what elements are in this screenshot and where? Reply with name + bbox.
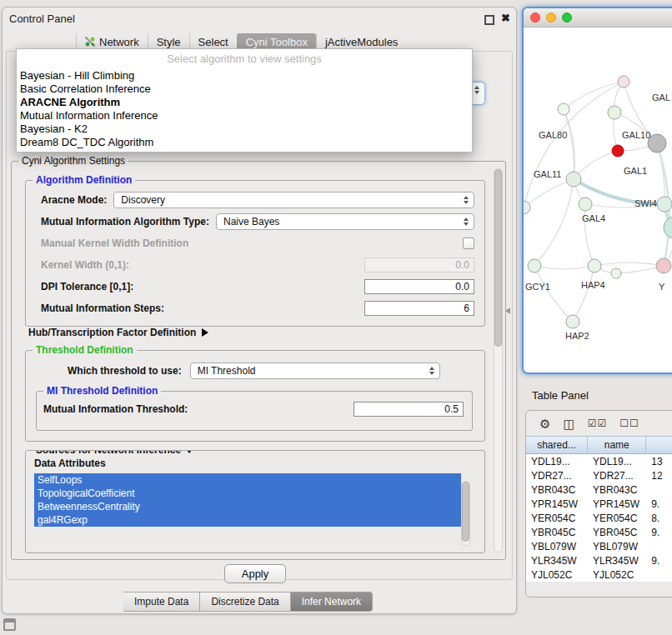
- combo-arrows-icon: [474, 86, 479, 94]
- combo-arrows-icon: [464, 196, 469, 204]
- cell-name: YDL19...: [588, 456, 646, 468]
- node-label: Y: [659, 282, 665, 292]
- cell-name: YLR345W: [588, 555, 646, 567]
- table-panel-window: ⚙ ◫ ☑☑ ☐☐ shared... name YDL19... YDL19.…: [525, 410, 672, 598]
- mi-type-value: Naive Bayes: [223, 216, 279, 228]
- dropdown-item[interactable]: Dream8 DC_TDC Algorithm: [17, 136, 472, 149]
- cell-name: YBR045C: [588, 527, 646, 538]
- apply-button[interactable]: Apply: [224, 564, 286, 583]
- hub-definition-label: Hub/Transcription Factor Definition: [28, 327, 196, 338]
- network-node[interactable]: [608, 106, 621, 119]
- sources-group: Sources for Network Inference Data Attri…: [25, 450, 485, 553]
- manual-kernel-row: Manual Kernel Width Definition: [41, 232, 474, 254]
- algorithm-definition-title: Algorithm Definition: [33, 174, 135, 186]
- mi-steps-label: Mutual Information Steps:: [41, 302, 164, 314]
- network-edge[interactable]: [564, 109, 574, 179]
- dropdown-item[interactable]: Bayesian - K2: [17, 122, 472, 136]
- table-row[interactable]: YBL079W YBL079W: [526, 539, 672, 553]
- float-window-icon[interactable]: [484, 15, 494, 25]
- network-node[interactable]: [618, 76, 629, 88]
- node-label: GAL1: [624, 166, 647, 176]
- control-panel-window: Control Panel ✖ Network Style Select: [2, 7, 517, 614]
- network-canvas[interactable]: GAL80GAL10GAL11GAL1SWI4GAL4GCY1HAP4HAP2G…: [524, 28, 672, 370]
- node-label: HAP4: [581, 280, 605, 290]
- scrollbar-thumb[interactable]: [462, 482, 469, 542]
- dropdown-item[interactable]: ARACNE Algorithm: [17, 96, 472, 109]
- table-header: shared... name: [526, 436, 672, 454]
- control-panel-titlebar: Control Panel ✖: [3, 8, 516, 29]
- network-node[interactable]: [558, 103, 569, 115]
- splitter-collapse-icon[interactable]: [505, 308, 510, 314]
- node-label: GCY1: [525, 282, 550, 292]
- manual-kernel-checkbox[interactable]: [463, 238, 474, 249]
- bottom-tab[interactable]: Impute Data: [123, 592, 200, 612]
- manual-kernel-label: Manual Kernel Width Definition: [41, 238, 188, 249]
- chevron-down-icon[interactable]: [185, 450, 193, 453]
- select-all-icon[interactable]: ☑☑: [588, 418, 608, 428]
- cell-shared-name: YDR27...: [526, 470, 588, 482]
- attribute-list-item[interactable]: BetweennessCentrality: [34, 500, 461, 513]
- which-threshold-select[interactable]: MI Threshold: [190, 362, 440, 379]
- node-label: HAP2: [565, 331, 589, 341]
- network-node[interactable]: [664, 217, 672, 238]
- network-edge[interactable]: [534, 266, 573, 322]
- cell-value: 9.: [646, 498, 672, 510]
- network-node[interactable]: [588, 259, 601, 272]
- bottom-tab[interactable]: Infer Network: [291, 592, 373, 612]
- table-row[interactable]: YBR045C YBR045C 9.: [526, 525, 672, 539]
- dropdown-item[interactable]: Bayesian - Hill Climbing: [17, 69, 472, 82]
- aracne-mode-select[interactable]: Discovery: [113, 192, 474, 208]
- mi-type-select[interactable]: Naive Bayes: [216, 213, 474, 230]
- network-node[interactable]: [656, 258, 671, 273]
- network-node[interactable]: [611, 268, 621, 278]
- dpi-tolerance-field[interactable]: 0.0: [364, 279, 474, 294]
- column-header[interactable]: name: [588, 437, 646, 453]
- table-row[interactable]: YER054C YER054C 8.: [526, 511, 672, 525]
- algorithm-dropdown: Select algorithm to view settings Bayesi…: [16, 48, 473, 152]
- network-node[interactable]: [566, 315, 579, 328]
- dropdown-item[interactable]: Mutual Information Inference: [17, 109, 472, 122]
- table-row[interactable]: YBR043C YBR043C: [526, 482, 672, 497]
- minimize-traffic-light[interactable]: [546, 12, 556, 22]
- columns-icon[interactable]: ◫: [563, 418, 574, 430]
- column-header[interactable]: [646, 437, 672, 453]
- zoom-traffic-light[interactable]: [562, 12, 572, 22]
- gear-icon[interactable]: ⚙: [539, 418, 550, 430]
- mi-steps-field[interactable]: 6: [364, 301, 474, 316]
- table-row[interactable]: YPR145W YPR145W 9.: [526, 497, 672, 511]
- dropdown-item[interactable]: Basic Correlation Inference: [17, 82, 472, 96]
- attribute-list-scrollbar[interactable]: [461, 481, 470, 546]
- docked-panel-icon[interactable]: [3, 618, 16, 631]
- network-node[interactable]: [657, 197, 672, 212]
- cell-value: 8.: [646, 512, 672, 524]
- column-header[interactable]: shared...: [526, 437, 588, 453]
- tab-label: jActiveModules: [325, 36, 398, 48]
- attribute-list-item[interactable]: TopologicalCoefficient: [34, 487, 461, 500]
- table-row[interactable]: YJL052C YJL052C: [526, 568, 672, 582]
- attribute-list-item[interactable]: SelfLoops: [34, 473, 461, 487]
- table-row[interactable]: YDR27... YDR27... 12: [526, 468, 672, 482]
- table-row[interactable]: YDL19... YDL19... 13: [526, 454, 672, 468]
- mi-threshold-field[interactable]: 0.5: [354, 402, 464, 417]
- network-node[interactable]: [566, 172, 581, 187]
- bottom-tab[interactable]: Discretize Data: [200, 592, 290, 612]
- network-node[interactable]: [612, 145, 624, 157]
- attribute-list-item[interactable]: gal4RGexp: [34, 513, 461, 527]
- node-label: GAL80: [539, 130, 567, 140]
- combo-arrows-icon: [464, 218, 469, 226]
- cell-name: YJL052C: [588, 569, 646, 581]
- close-traffic-light[interactable]: [530, 12, 540, 22]
- dpi-tolerance-label: DPI Tolerance [0,1]:: [41, 281, 133, 292]
- network-node[interactable]: [579, 198, 592, 211]
- network-edge[interactable]: [573, 266, 594, 322]
- network-node[interactable]: [528, 259, 541, 272]
- network-edge[interactable]: [594, 262, 664, 266]
- close-icon[interactable]: ✖: [501, 12, 510, 24]
- hub-definition-toggle[interactable]: Hub/Transcription Factor Definition: [28, 327, 208, 338]
- network-node[interactable]: [648, 134, 666, 152]
- table-row[interactable]: YLR345W YLR345W 9.: [526, 553, 672, 568]
- scrollbar-thumb[interactable]: [494, 169, 502, 347]
- settings-scrollbar[interactable]: [494, 168, 503, 552]
- network-edge[interactable]: [534, 266, 594, 269]
- deselect-all-icon[interactable]: ☐☐: [619, 418, 639, 428]
